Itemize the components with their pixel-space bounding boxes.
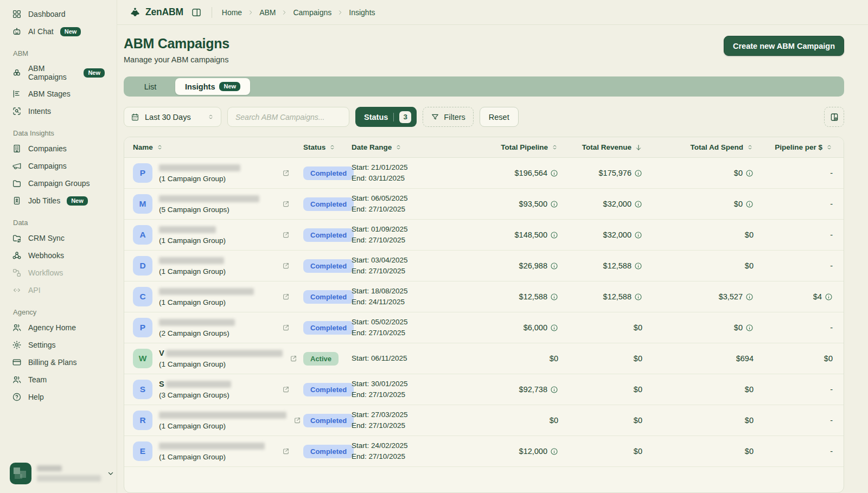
sort-icon	[395, 144, 402, 151]
name-cell: M(5 Campaign Groups)	[124, 194, 298, 214]
sidebar-item-agency-home[interactable]: Agency Home	[7, 319, 110, 336]
table-row[interactable]: D(1 Campaign Group)CompletedStart: 03/04…	[124, 251, 844, 281]
status-filter-button[interactable]: Status 3	[355, 107, 417, 127]
sidebar-item-abm-stages[interactable]: ABM Stages	[7, 85, 110, 103]
sidebar-item-help[interactable]: Help	[7, 388, 110, 406]
external-link-icon[interactable]	[282, 261, 290, 270]
total-revenue-cell-value: $0	[634, 323, 642, 332]
filters-button[interactable]: Filters	[423, 107, 473, 127]
info-icon[interactable]	[550, 200, 558, 208]
breadcrumb-item-abm[interactable]: ABM	[259, 8, 276, 17]
table-row[interactable]: WV(1 Campaign Group)ActiveStart: 06/11/2…	[124, 343, 844, 374]
external-link-icon[interactable]	[282, 447, 290, 456]
sidebar-item-label: Intents	[28, 107, 51, 116]
info-icon[interactable]	[634, 293, 642, 301]
start-date: Start: 06/11/2025	[352, 353, 420, 364]
info-icon[interactable]	[550, 324, 558, 332]
name-cell: P(2 Campaign Groups)	[124, 318, 298, 337]
tab-insights[interactable]: Insights New	[175, 78, 250, 95]
sidebar-item-settings[interactable]: Settings	[7, 336, 110, 354]
info-icon[interactable]	[634, 262, 642, 270]
sidebar-item-companies[interactable]: Companies	[7, 140, 110, 157]
end-date: End: 27/10/2025	[352, 328, 420, 338]
info-icon[interactable]	[550, 169, 558, 177]
total-revenue-cell: $0	[558, 447, 642, 456]
sidebar-item-webhooks[interactable]: Webhooks	[7, 247, 110, 264]
column-header-name[interactable]: Name	[124, 143, 298, 151]
column-header-date-range[interactable]: Date Range	[349, 143, 420, 151]
column-header-status[interactable]: Status	[298, 143, 349, 151]
column-settings-button[interactable]	[824, 107, 844, 127]
status-cell: Completed	[298, 290, 349, 304]
search-input[interactable]	[235, 113, 341, 121]
sidebar-item-campaigns[interactable]: Campaigns	[7, 157, 110, 175]
sidebar-item-dashboard[interactable]: Dashboard	[7, 5, 110, 23]
sidebar-item-intents[interactable]: Intents	[7, 103, 110, 120]
sidebar-toggle-icon[interactable]	[191, 7, 202, 18]
sidebar-item-workflows[interactable]: Workflows	[7, 264, 110, 281]
info-icon[interactable]	[745, 169, 754, 177]
create-campaign-button[interactable]: Create new ABM Campaign	[724, 36, 844, 56]
total-pipeline-cell-value: $26,988	[519, 261, 547, 270]
info-icon[interactable]	[550, 386, 558, 394]
info-icon[interactable]	[550, 447, 558, 456]
column-header-pipeline-per[interactable]: Pipeline per $	[754, 143, 833, 151]
campaign-name-block: (1 Campaign Group)	[159, 257, 226, 276]
date-range-select[interactable]: Last 30 Days	[124, 107, 221, 127]
sidebar-item-ai-chat[interactable]: AI ChatNew	[7, 23, 110, 40]
status-cell: Active	[298, 352, 349, 366]
info-icon[interactable]	[550, 231, 558, 239]
info-icon[interactable]	[745, 324, 754, 332]
external-link-icon[interactable]	[282, 200, 290, 208]
table-row[interactable]: R(1 Campaign Group)CompletedStart: 27/03…	[124, 405, 844, 436]
sort-icon	[329, 144, 336, 151]
table-row[interactable]: A(1 Campaign Group)CompletedStart: 01/09…	[124, 220, 844, 251]
info-icon[interactable]	[634, 169, 642, 177]
external-link-icon[interactable]	[289, 354, 298, 363]
info-icon[interactable]	[550, 293, 558, 301]
tab-list[interactable]: List	[125, 78, 175, 95]
sidebar-item-team[interactable]: Team	[7, 371, 110, 388]
table-row[interactable]: E(1 Campaign Group)CompletedStart: 24/02…	[124, 436, 844, 467]
sidebar-item-billing-plans[interactable]: Billing & Plans	[7, 354, 110, 371]
table-body: P(1 Campaign Group)CompletedStart: 21/01…	[124, 158, 844, 467]
breadcrumb-item-insights[interactable]: Insights	[349, 8, 375, 17]
info-icon[interactable]	[634, 231, 642, 239]
table-row[interactable]: P(1 Campaign Group)CompletedStart: 21/01…	[124, 158, 844, 189]
sidebar-item-abm-campaigns[interactable]: ABM CampaignsNew	[7, 60, 110, 85]
column-header-total-revenue[interactable]: Total Revenue	[558, 143, 642, 151]
external-link-icon[interactable]	[282, 323, 290, 332]
sidebar-item-campaign-groups[interactable]: Campaign Groups	[7, 175, 110, 192]
sidebar-item-label: Companies	[28, 144, 67, 153]
table-row[interactable]: M(5 Campaign Groups)CompletedStart: 06/0…	[124, 189, 844, 220]
table-row[interactable]: P(2 Campaign Groups)CompletedStart: 05/0…	[124, 312, 844, 343]
date-range-cell: Start: 06/05/2025End: 27/10/2025	[349, 193, 420, 215]
external-link-icon[interactable]	[282, 231, 290, 239]
redacted-name-block	[159, 412, 286, 419]
column-header-total-pipeline[interactable]: Total Pipeline	[420, 143, 558, 151]
info-icon[interactable]	[550, 262, 558, 270]
sidebar-item-api[interactable]: API	[7, 281, 110, 299]
info-icon[interactable]	[634, 200, 642, 208]
end-date: End: 27/10/2025	[352, 266, 420, 277]
user-menu[interactable]	[7, 460, 110, 486]
breadcrumb-item-home[interactable]: Home	[222, 8, 242, 17]
info-icon[interactable]	[825, 293, 833, 301]
external-link-icon[interactable]	[282, 385, 290, 394]
reset-button[interactable]: Reset	[480, 107, 519, 127]
sidebar-item-job-titles[interactable]: Job TitlesNew	[7, 192, 110, 209]
pipeline-per-dollar-cell-value: -	[830, 261, 833, 270]
external-link-icon[interactable]	[282, 169, 290, 177]
breadcrumb-item-campaigns[interactable]: Campaigns	[293, 8, 331, 17]
info-icon[interactable]	[745, 200, 754, 208]
total-ad-spend-cell: $0	[642, 169, 754, 177]
start-date: Start: 06/05/2025	[352, 193, 420, 204]
table-row[interactable]: SS(3 Campaign Groups)CompletedStart: 30/…	[124, 374, 844, 405]
info-icon[interactable]	[745, 293, 754, 301]
pipeline-per-dollar-cell-value: -	[830, 169, 833, 177]
sidebar-item-crm-sync[interactable]: CRM Sync	[7, 229, 110, 247]
column-header-total-ad-spend[interactable]: Total Ad Spend	[642, 143, 754, 151]
table-row[interactable]: C(1 Campaign Group)CompletedStart: 18/08…	[124, 281, 844, 312]
external-link-icon[interactable]	[282, 292, 290, 301]
sidebar-item-label: Help	[28, 393, 44, 401]
